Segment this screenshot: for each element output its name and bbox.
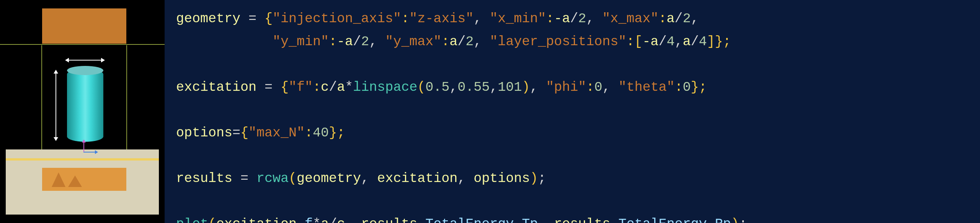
code-line: results = rcwa(geometry, excitation, opt… — [176, 171, 546, 186]
code-line: excitation = {"f":c/a*linspace(0.5,0.55,… — [176, 80, 707, 95]
code-line: plot(excitation.f*a/c, results.TotalEner… — [176, 216, 747, 223]
code-line: geometry = {"injection_axis":"z-axis", "… — [176, 11, 699, 26]
code-editor-panel[interactable]: geometry = {"injection_axis":"z-axis", "… — [165, 0, 980, 223]
buried-feature — [52, 172, 65, 187]
buried-feature — [68, 175, 82, 187]
code-line: options={"max_N":40}; — [176, 125, 345, 141]
width-dimension-arrow — [68, 60, 102, 61]
code-line: "y_min":-a/2, "y_max":a/2, "layer_positi… — [176, 34, 731, 49]
boundary-line — [0, 44, 165, 45]
substrate-interface-line — [6, 158, 159, 161]
z-axis-indicator — [83, 142, 84, 152]
cylinder-pillar — [67, 69, 103, 142]
superstrate-block — [42, 8, 126, 44]
geometry-visualization-panel — [0, 0, 165, 223]
x-axis-indicator — [83, 152, 96, 152]
cylinder-top-cap — [67, 66, 103, 75]
height-dimension-arrow — [56, 73, 56, 138]
